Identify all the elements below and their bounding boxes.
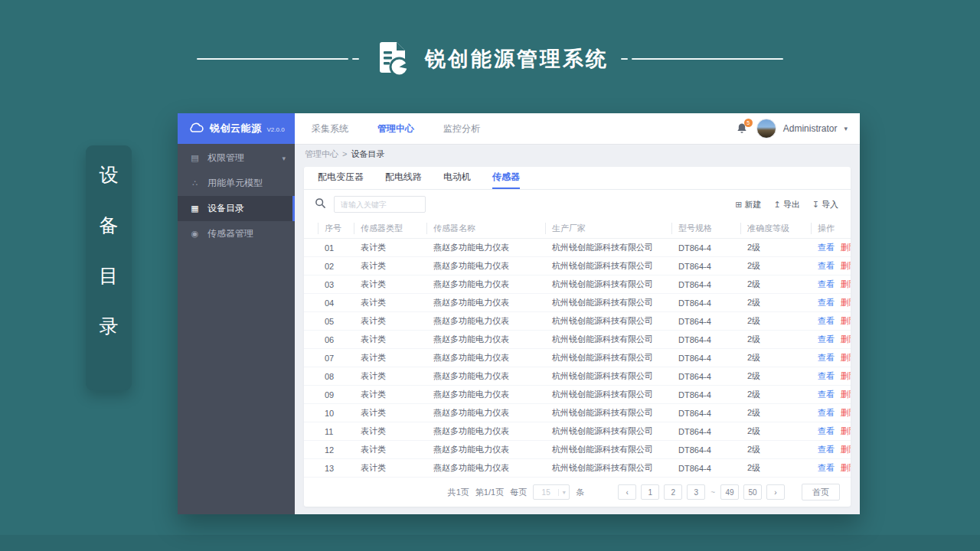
tab-line[interactable]: 配电线路 [385,167,422,189]
cell: 05 [318,317,354,326]
table-row: 09表计类燕赵多功能电力仪表杭州锐创能源科技有限公司DT864-42级查看删除 [304,386,851,404]
toolbar-actions: ⊞新建↥导出↧导入 [735,199,838,210]
row-actions: 查看删除 [811,334,851,345]
nav-item-monitor[interactable]: 监控分析 [443,122,480,135]
view-link[interactable]: 查看 [818,389,835,400]
view-link[interactable]: 查看 [818,444,835,455]
delete-link[interactable]: 删除 [841,407,851,419]
cell: 杭州锐创能源科技有限公司 [545,315,671,327]
cell: 表计类 [354,315,426,327]
delete-link[interactable]: 删除 [841,260,851,272]
pagination-page: 第1/1页 [475,487,504,498]
column-header: 型号规格 [671,223,740,234]
search-input[interactable] [334,196,426,213]
delete-link[interactable]: 删除 [841,389,851,400]
page-button-50[interactable]: 50 [743,484,762,500]
tab-motor[interactable]: 电动机 [443,167,471,189]
export-button[interactable]: ↥导出 [774,199,800,210]
tab-sensor[interactable]: 传感器 [492,167,520,189]
caret-down-icon[interactable]: ▾ [844,125,848,132]
row-actions: 查看删除 [811,407,851,419]
page-title: 锐创能源管理系统 [425,45,609,73]
view-link[interactable]: 查看 [818,370,835,382]
next-page-button[interactable]: › [766,484,785,500]
avatar[interactable] [756,119,776,139]
export-icon: ↥ [774,200,781,210]
nav-item-manage[interactable]: 管理中心 [377,122,414,135]
view-link[interactable]: 查看 [818,407,835,419]
delete-link[interactable]: 删除 [841,425,851,437]
delete-link[interactable]: 删除 [841,352,851,364]
cell: 燕赵多功能电力仪表 [426,352,545,364]
delete-link[interactable]: 删除 [841,279,851,290]
delete-link[interactable]: 删除 [841,444,851,455]
per-page-select[interactable]: 15 ▾ [533,484,570,500]
delete-link[interactable]: 删除 [841,242,851,253]
prev-page-button[interactable]: ‹ [618,484,636,500]
page-button-2[interactable]: 2 [664,484,682,500]
sidebar-item-model[interactable]: ∴用能单元模型 [178,171,295,196]
view-link[interactable]: 查看 [818,462,835,474]
table-body: 01表计类燕赵多功能电力仪表杭州锐创能源科技有限公司DT864-42级查看删除0… [304,239,851,478]
view-link[interactable]: 查看 [818,315,835,327]
cell: 杭州锐创能源科技有限公司 [545,352,671,364]
import-icon: ↧ [812,200,819,210]
side-label-char: 目 [100,266,119,285]
cell: 杭州锐创能源科技有限公司 [545,279,671,290]
sidebar-item-sensor[interactable]: ◉传感器管理 [178,221,295,246]
page-button-3[interactable]: 3 [687,484,705,500]
logo-version: V2.0.0 [267,126,285,133]
cell: 2级 [740,462,811,474]
sidebar-item-permission[interactable]: ▤权限管理▾ [178,145,295,171]
delete-link[interactable]: 删除 [841,370,851,382]
cell: 杭州锐创能源科技有限公司 [545,425,671,437]
content-card: 配电变压器配电线路电动机传感器 ⊞新建↥导出↧导入 序号传感器类型传感器名 [304,167,851,507]
view-link[interactable]: 查看 [818,425,835,437]
nav-item-collect[interactable]: 采集系统 [312,122,348,135]
cell: DT864-4 [671,445,740,455]
delete-link[interactable]: 删除 [841,315,851,327]
notification-bell-icon[interactable]: 5 [736,122,750,135]
topbar: 采集系统管理中心监控分析 5 Administrator ▾ [295,113,860,144]
sidebar-item-catalog[interactable]: ▦设备目录 [178,196,295,221]
sidebar: 锐创云能源 V2.0.0 ▤权限管理▾∴用能单元模型▦设备目录◉传感器管理 [178,113,295,514]
delete-link[interactable]: 删除 [841,462,851,474]
first-page-button[interactable]: 首页 [802,484,840,500]
cell: 2级 [740,352,811,364]
view-link[interactable]: 查看 [818,260,835,272]
view-link[interactable]: 查看 [818,279,835,290]
cell: 2级 [740,407,811,419]
tab-transformer[interactable]: 配电变压器 [318,167,364,189]
view-link[interactable]: 查看 [818,352,835,364]
breadcrumb-parent[interactable]: 管理中心 [305,148,338,160]
cloud-icon [188,122,204,136]
delete-link[interactable]: 删除 [841,297,851,308]
delete-link[interactable]: 删除 [841,334,851,345]
view-link[interactable]: 查看 [818,297,835,308]
page-button-49[interactable]: 49 [720,484,739,500]
top-navigation: 采集系统管理中心监控分析 [312,122,480,135]
view-link[interactable]: 查看 [818,242,835,253]
row-actions: 查看删除 [811,389,851,400]
cell: 杭州锐创能源科技有限公司 [545,297,671,308]
app-logo: 锐创云能源 V2.0.0 [178,113,295,144]
cell: 杭州锐创能源科技有限公司 [545,334,671,345]
import-button[interactable]: ↧导入 [812,199,838,210]
catalog-icon: ▦ [189,204,201,214]
cell: 07 [318,354,354,363]
cell: 2级 [740,425,811,437]
page-header: 锐创能源管理系统 [0,35,980,83]
cell: DT864-4 [671,280,740,289]
user-name[interactable]: Administrator [783,123,838,134]
logo-name: 锐创云能源 [210,122,262,135]
cell: 2级 [740,370,811,382]
toolbar: ⊞新建↥导出↧导入 [304,190,851,219]
new-button[interactable]: ⊞新建 [735,199,761,210]
page-button-1[interactable]: 1 [641,484,659,500]
decor-line-right [621,58,783,60]
table-row: 01表计类燕赵多功能电力仪表杭州锐创能源科技有限公司DT864-42级查看删除 [304,239,851,257]
cell: DT864-4 [671,354,740,363]
view-link[interactable]: 查看 [818,334,835,345]
table-row: 10表计类燕赵多功能电力仪表杭州锐创能源科技有限公司DT864-42级查看删除 [304,404,851,422]
per-page-value: 15 [534,488,558,497]
